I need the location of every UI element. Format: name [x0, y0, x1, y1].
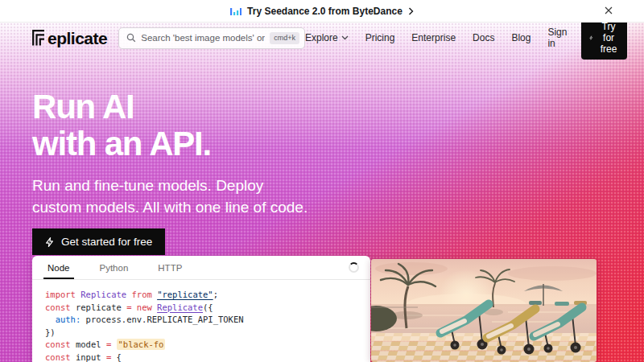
code-tabs: NodePythonHTTP [43, 256, 208, 279]
nav-link-blog[interactable]: Blog [511, 32, 530, 43]
search-icon [126, 33, 136, 43]
nav-link-explore[interactable]: Explore [305, 32, 349, 43]
code-line: }) [45, 327, 357, 339]
tab-python[interactable]: Python [96, 256, 133, 279]
logo-wordmark: eplicate [47, 30, 107, 47]
close-icon [605, 6, 613, 14]
try-for-free-label: Try for free [598, 21, 619, 55]
hero-title-line2: with an API. [32, 125, 308, 162]
code-block: import Replicate from "replicate";const … [32, 280, 370, 362]
chevron-right-icon [408, 7, 414, 15]
code-line: auth: process.env.REPLICATE_API_TOKEN [45, 314, 357, 327]
banner-close-button[interactable] [605, 6, 613, 14]
replicate-homepage: Try Seedance 2.0 from ByteDance eplicate [0, 0, 644, 362]
hero-subtitle: Run and fine-tune models. Deploy custom … [32, 175, 308, 218]
code-line: import Replicate from "replicate"; [45, 289, 357, 302]
nav-link-pricing[interactable]: Pricing [365, 32, 395, 43]
search-input[interactable] [141, 33, 265, 43]
promo-banner: Try Seedance 2.0 from ByteDance [0, 0, 644, 23]
lightning-bolt-icon [589, 33, 593, 43]
loading-spinner-icon [349, 262, 359, 273]
chevron-down-icon [341, 35, 349, 40]
bytedance-logo-icon [230, 6, 242, 16]
hero-photo [371, 259, 597, 362]
code-line: const input = { [45, 352, 357, 362]
try-for-free-button[interactable]: Try for free [581, 16, 627, 60]
nav-links: ExplorePricingEnterpriseDocsBlogSign in [305, 27, 567, 49]
hero-section: Run AI with an API. Run and fine-tune mo… [32, 88, 308, 255]
search-shortcut-badge: cmd+k [270, 32, 299, 44]
nav-link-enterprise[interactable]: Enterprise [411, 32, 456, 43]
replicate-logo[interactable]: eplicate [32, 30, 107, 47]
main-nav: eplicate cmd+k ExplorePricingEnterpriseD… [32, 23, 616, 53]
promo-banner-link[interactable]: Try Seedance 2.0 from ByteDance [230, 6, 414, 17]
code-line: const model = "black-fo [45, 339, 357, 352]
code-editor-panel: NodePythonHTTP import Replicate from "re… [32, 256, 370, 362]
get-started-button[interactable]: Get started for free [32, 228, 165, 255]
get-started-label: Get started for free [61, 236, 152, 248]
code-editor-header: NodePythonHTTP [32, 256, 370, 280]
tab-node[interactable]: Node [43, 256, 74, 279]
search-box[interactable]: cmd+k [118, 27, 305, 49]
hero-title: Run AI with an API. [32, 88, 308, 162]
hero-subtitle-line2: custom models. All with one line of code… [32, 196, 308, 218]
nav-link-sign-in[interactable]: Sign in [547, 27, 567, 49]
code-line: const replicate = new Replicate({ [45, 302, 357, 315]
hero-title-line1: Run AI [32, 88, 308, 125]
lightning-bolt-icon [45, 237, 54, 248]
nav-link-docs[interactable]: Docs [473, 32, 494, 43]
hero-subtitle-line1: Run and fine-tune models. Deploy [32, 175, 308, 196]
replicate-logo-mark-icon [32, 30, 45, 46]
tab-http[interactable]: HTTP [154, 256, 186, 279]
sunset-pool-photo [371, 259, 597, 362]
promo-banner-text: Try Seedance 2.0 from ByteDance [247, 6, 402, 17]
